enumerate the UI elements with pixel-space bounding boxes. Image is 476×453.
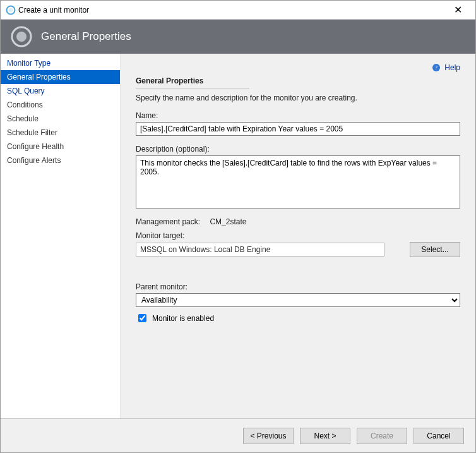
monitor-target-label: Monitor target: bbox=[136, 231, 460, 240]
titlebar: Create a unit monitor ✕ bbox=[1, 1, 475, 20]
sidebar-item-configure-alerts[interactable]: Configure Alerts bbox=[1, 154, 120, 167]
banner: General Properties bbox=[1, 20, 475, 54]
management-pack-value: CM_2state bbox=[210, 217, 246, 226]
banner-title: General Properties bbox=[41, 30, 131, 43]
main-panel: ? Help General Properties Specify the na… bbox=[121, 54, 475, 418]
sidebar-item-schedule-filter[interactable]: Schedule Filter bbox=[1, 126, 120, 140]
svg-text:?: ? bbox=[435, 64, 437, 71]
parent-monitor-label: Parent monitor: bbox=[136, 282, 460, 291]
sidebar-item-schedule[interactable]: Schedule bbox=[1, 112, 120, 126]
sidebar-item-conditions[interactable]: Conditions bbox=[1, 98, 120, 112]
app-icon bbox=[6, 5, 16, 15]
section-description: Specify the name and description for the… bbox=[136, 94, 460, 102]
parent-monitor-select[interactable]: Availability bbox=[136, 293, 460, 307]
select-target-button[interactable]: Select... bbox=[410, 242, 460, 257]
monitor-enabled-checkbox[interactable] bbox=[138, 314, 146, 322]
management-pack-label: Management pack: bbox=[136, 217, 200, 226]
help-icon: ? bbox=[432, 63, 441, 72]
sidebar-item-configure-health[interactable]: Configure Health bbox=[1, 140, 120, 154]
wizard-window: Create a unit monitor ✕ General Properti… bbox=[0, 0, 476, 453]
monitor-target-row: Select... bbox=[136, 242, 460, 257]
help-row: ? Help bbox=[136, 60, 460, 75]
previous-button[interactable]: < Previous bbox=[243, 428, 294, 444]
description-label: Description (optional): bbox=[136, 145, 460, 154]
name-label: Name: bbox=[136, 111, 460, 120]
sidebar-item-sql-query[interactable]: SQL Query bbox=[1, 84, 120, 98]
footer: < Previous Next > Create Cancel bbox=[1, 418, 475, 452]
monitor-enabled-row: Monitor is enabled bbox=[136, 312, 460, 324]
banner-icon bbox=[11, 26, 32, 47]
description-textarea[interactable]: This monitor checks the [Sales].[CreditC… bbox=[136, 155, 460, 208]
help-link[interactable]: Help bbox=[444, 63, 460, 72]
svg-point-3 bbox=[16, 32, 27, 42]
next-button[interactable]: Next > bbox=[300, 428, 350, 444]
svg-point-1 bbox=[9, 8, 13, 12]
sidebar: Monitor Type General Properties SQL Quer… bbox=[1, 54, 121, 418]
close-button[interactable]: ✕ bbox=[445, 5, 470, 15]
sidebar-item-general-properties[interactable]: General Properties bbox=[1, 70, 120, 84]
section-heading: General Properties bbox=[136, 76, 460, 85]
monitor-enabled-label: Monitor is enabled bbox=[152, 314, 214, 323]
sidebar-item-monitor-type[interactable]: Monitor Type bbox=[1, 56, 120, 70]
management-pack-row: Management pack: CM_2state bbox=[136, 217, 460, 226]
window-title: Create a unit monitor bbox=[16, 6, 445, 15]
monitor-target-field bbox=[136, 243, 384, 257]
section-underline bbox=[136, 88, 249, 88]
create-button: Create bbox=[357, 428, 407, 444]
body: Monitor Type General Properties SQL Quer… bbox=[1, 54, 475, 418]
name-input[interactable] bbox=[136, 122, 460, 136]
cancel-button[interactable]: Cancel bbox=[414, 428, 464, 444]
